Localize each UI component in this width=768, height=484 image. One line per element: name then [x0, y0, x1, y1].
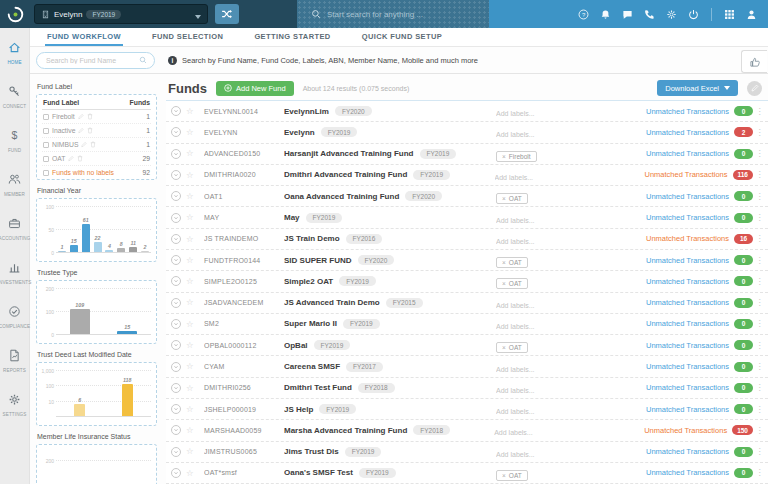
remove-label-icon[interactable]: ×	[502, 344, 506, 351]
fund-row[interactable]: ☆EVELYNNL0014EvelynnLimFY2020Add labels.…	[166, 101, 768, 122]
edit-label-icon[interactable]	[68, 155, 74, 162]
favorite-star-icon[interactable]: ☆	[186, 341, 199, 350]
add-labels-field[interactable]: Add labels...	[496, 238, 535, 245]
phone-icon[interactable]	[644, 9, 655, 20]
funds-with-no-labels-row[interactable]: Funds with no labels92	[42, 166, 151, 179]
add-labels-field[interactable]: Add labels...	[494, 429, 533, 436]
fund-row[interactable]: ☆EVELYNNEvelynnFY2019Add labels...Unmatc…	[166, 122, 768, 143]
unmatched-transactions-link[interactable]: Unmatched Transactions	[646, 298, 729, 307]
fund-selector-dropdown[interactable]: Evelynn FY2019	[34, 4, 208, 24]
fund-name[interactable]: Dmithri Advanced Training FundFY2019	[284, 170, 495, 180]
tab-fund-selection[interactable]: FUND SELECTION	[150, 28, 225, 46]
fund-name[interactable]: Super Mario IIFY2019	[284, 319, 496, 329]
favorite-star-icon[interactable]: ☆	[186, 320, 199, 329]
remove-label-icon[interactable]: ×	[502, 280, 506, 287]
expand-row-icon[interactable]	[171, 106, 181, 116]
fund-label-filter-row[interactable]: Inactive1	[42, 124, 151, 138]
row-menu-icon[interactable]: ⋮	[753, 107, 766, 116]
row-menu-icon[interactable]: ⋮	[753, 405, 766, 414]
checkbox[interactable]	[43, 142, 49, 148]
fund-row[interactable]: ☆JS TRAINDEMOJS Train DemoFY2016Add labe…	[166, 229, 768, 250]
unmatched-transactions-link[interactable]: Unmatched Transactions	[646, 405, 729, 414]
fund-row[interactable]: ☆OAT*smsfOana's SMSF TestFY2019×OATUnmat…	[166, 463, 768, 484]
row-menu-icon[interactable]: ⋮	[753, 192, 766, 201]
add-labels-field[interactable]: Add labels...	[496, 110, 535, 117]
row-menu-icon[interactable]: ⋮	[753, 447, 766, 456]
unmatched-transactions-link[interactable]: Unmatched Transactions	[646, 107, 729, 116]
favorite-star-icon[interactable]: ☆	[186, 235, 199, 244]
expand-row-icon[interactable]	[171, 255, 181, 265]
feedback-button[interactable]	[741, 50, 767, 73]
add-labels-field[interactable]: Add labels...	[496, 451, 535, 458]
expand-row-icon[interactable]	[171, 234, 181, 244]
fund-name[interactable]: JS Train DemoFY2016	[284, 234, 496, 244]
fund-name[interactable]: SID SUPER FUNDFY2020	[284, 255, 496, 265]
fund-row[interactable]: ☆CYAMCareena SMSFFY2017Add labels...Unma…	[166, 356, 768, 377]
add-labels-field[interactable]: Add labels...	[496, 323, 535, 330]
unmatched-transactions-link[interactable]: Unmatched Transactions	[646, 234, 729, 243]
row-menu-icon[interactable]: ⋮	[753, 298, 766, 307]
unmatched-transactions-link[interactable]: Unmatched Transactions	[645, 170, 728, 179]
favorite-star-icon[interactable]: ☆	[186, 447, 199, 456]
unmatched-transactions-link[interactable]: Unmatched Transactions	[646, 149, 729, 158]
unmatched-transactions-link[interactable]: Unmatched Transactions	[646, 277, 729, 286]
checkbox[interactable]	[43, 170, 49, 176]
expand-row-icon[interactable]	[171, 340, 181, 350]
edit-view-button[interactable]	[747, 81, 762, 96]
checkbox[interactable]	[43, 156, 49, 162]
row-menu-icon[interactable]: ⋮	[753, 426, 766, 435]
fund-label-filter-row[interactable]: Firebolt1	[42, 110, 151, 124]
expand-row-icon[interactable]	[171, 191, 181, 201]
row-menu-icon[interactable]: ⋮	[753, 149, 766, 158]
fund-label-pill[interactable]: ×OAT	[496, 193, 528, 204]
expand-row-icon[interactable]	[171, 213, 181, 223]
fund-row[interactable]: ☆FUNDTFRO0144SID SUPER FUNDFY2020×OATUnm…	[166, 250, 768, 271]
favorite-star-icon[interactable]: ☆	[186, 469, 199, 478]
expand-row-icon[interactable]	[171, 404, 181, 414]
fund-name[interactable]: Simple2 OATFY2019	[284, 276, 496, 286]
fund-label-pill[interactable]: ×Firebolt	[496, 151, 536, 162]
fund-row[interactable]: ☆SIMPLE2O0125Simple2 OATFY2019×OATUnmatc…	[166, 271, 768, 292]
unmatched-transactions-link[interactable]: Unmatched Transactions	[646, 383, 729, 392]
favorite-star-icon[interactable]: ☆	[186, 171, 199, 180]
delete-label-icon[interactable]	[87, 127, 93, 134]
checkbox[interactable]	[43, 114, 49, 120]
row-menu-icon[interactable]: ⋮	[753, 128, 766, 137]
fund-label-pill[interactable]: ×OAT	[496, 342, 528, 353]
download-excel-button[interactable]: Download Excel	[657, 80, 738, 96]
unmatched-transactions-link[interactable]: Unmatched Transactions	[646, 319, 729, 328]
add-labels-field[interactable]: Add labels...	[496, 366, 535, 373]
remove-label-icon[interactable]: ×	[502, 259, 506, 266]
fund-name[interactable]: Jims Trust DisFY2019	[284, 447, 496, 457]
fund-label-pill[interactable]: ×OAT	[496, 257, 528, 268]
fund-name[interactable]: MayFY2019	[284, 213, 496, 223]
expand-row-icon[interactable]	[171, 276, 181, 286]
sidebar-item-connect[interactable]: CONNECT	[0, 79, 29, 114]
app-logo-icon[interactable]	[0, 0, 30, 28]
delete-label-icon[interactable]	[87, 113, 93, 120]
favorite-star-icon[interactable]: ☆	[186, 107, 199, 116]
notifications-icon[interactable]	[600, 9, 611, 20]
fund-label-filter-row[interactable]: OAT29	[42, 152, 151, 166]
sidebar-item-investments[interactable]: INVESTMENTS	[0, 255, 29, 290]
remove-label-icon[interactable]: ×	[502, 472, 506, 479]
row-menu-icon[interactable]: ⋮	[753, 277, 766, 286]
unmatched-transactions-link[interactable]: Unmatched Transactions	[646, 213, 729, 222]
favorite-star-icon[interactable]: ☆	[186, 128, 199, 137]
fund-name[interactable]: OpBalFY2019	[284, 340, 496, 350]
fund-name[interactable]: Oana Advanced Training FundFY2020	[284, 191, 496, 201]
favorite-star-icon[interactable]: ☆	[186, 384, 199, 393]
add-new-fund-button[interactable]: Add New Fund	[216, 81, 294, 96]
expand-row-icon[interactable]	[171, 362, 181, 372]
favorite-star-icon[interactable]: ☆	[186, 362, 199, 371]
checkbox[interactable]	[43, 128, 49, 134]
add-labels-field[interactable]: Add labels...	[496, 131, 535, 138]
fund-label-pill[interactable]: ×OAT	[496, 470, 528, 481]
sidebar-item-settings[interactable]: SETTINGS	[0, 387, 29, 422]
fund-name[interactable]: Marsha Advanced Training FundFY2018	[284, 425, 494, 435]
favorite-star-icon[interactable]: ☆	[186, 426, 199, 435]
fund-name[interactable]: EvelynnFY2019	[284, 127, 496, 137]
expand-row-icon[interactable]	[171, 468, 181, 478]
quick-switch-button[interactable]	[215, 4, 239, 24]
row-menu-icon[interactable]: ⋮	[753, 234, 766, 243]
